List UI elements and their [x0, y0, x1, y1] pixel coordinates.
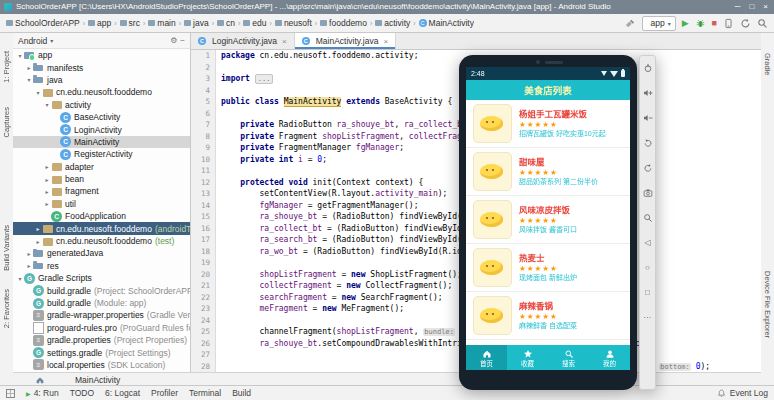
tree-item[interactable]: ▾java: [13, 74, 190, 86]
chevron-icon[interactable]: ▸: [25, 262, 33, 269]
run-button[interactable]: ▶: [682, 18, 689, 28]
breadcrumb-item[interactable]: main: [148, 18, 175, 28]
tree-item[interactable]: ▸util: [13, 198, 190, 210]
rotate-right-icon[interactable]: [642, 162, 653, 173]
tree-item[interactable]: CRegisterActivity: [13, 148, 190, 160]
tree-item[interactable]: ▸generatedJava: [13, 247, 190, 259]
food-list[interactable]: 杨姐手工瓦罐米饭★★★★★招牌瓦罐饭 好吃实惠10元起甜味屋★★★★★甜品奶茶系…: [466, 100, 630, 345]
tree-item[interactable]: ▸adapter: [13, 161, 190, 173]
status-item--logcat[interactable]: 6: Logcat: [105, 388, 140, 398]
search-everywhere-button[interactable]: [757, 18, 768, 29]
gradle-sync-button[interactable]: [740, 18, 751, 29]
status-item-todo[interactable]: TODO: [70, 388, 94, 398]
breadcrumb-item[interactable]: src: [120, 18, 140, 28]
bell-icon[interactable]: [717, 389, 726, 398]
zoom-icon[interactable]: [642, 212, 653, 223]
tree-item[interactable]: CLoginActivity: [13, 123, 190, 135]
home-icon[interactable]: ○: [642, 262, 653, 273]
run-config-select[interactable]: app▾: [642, 16, 675, 31]
close-icon[interactable]: ×: [383, 37, 388, 46]
tree-item[interactable]: ▾cn.edu.neusoft.fooddemo: [13, 86, 190, 98]
chevron-down-icon[interactable]: ▾: [50, 37, 53, 44]
breadcrumb-item[interactable]: CMainActivity: [419, 18, 474, 28]
power-icon[interactable]: [642, 62, 653, 73]
nav-tab-home[interactable]: 首页: [466, 345, 507, 370]
tool-window-button--favorites[interactable]: 2: Favorites: [2, 289, 11, 328]
chevron-icon[interactable]: ▸: [43, 188, 51, 195]
chevron-icon[interactable]: ▾: [25, 76, 33, 83]
home-icon[interactable]: [35, 375, 45, 385]
tool-window-button-captures[interactable]: Captures: [2, 107, 11, 137]
close-icon[interactable]: ×: [282, 37, 287, 46]
volume-up-icon[interactable]: [642, 87, 653, 98]
food-list-item[interactable]: 杨姐手工瓦罐米饭★★★★★招牌瓦罐饭 好吃实惠10元起: [466, 100, 630, 148]
breadcrumb-item[interactable]: SchoolOrderAPP: [6, 18, 80, 28]
tool-window-grid-icon[interactable]: [6, 389, 15, 398]
volume-down-icon[interactable]: [642, 112, 653, 123]
food-list-item[interactable]: 麻辣香锅★★★★★麻辣鲜香 自选配菜: [466, 292, 630, 340]
debug-button[interactable]: [695, 18, 706, 29]
breadcrumb-item[interactable]: fooddemo: [320, 18, 367, 28]
tool-window-button-device-file-explorer[interactable]: Device File Explorer: [763, 271, 772, 338]
status-item--run[interactable]: ▶4: Run: [26, 388, 59, 398]
tree-item[interactable]: ▸bean: [13, 173, 190, 185]
minimize-icon[interactable]: ─: [735, 0, 741, 14]
breadcrumb-item[interactable]: neusoft: [275, 18, 312, 28]
chevron-icon[interactable]: ▸: [25, 64, 33, 71]
breadcrumb-item[interactable]: edu: [243, 18, 266, 28]
status-item-profiler[interactable]: Profiler: [151, 388, 178, 398]
chevron-icon[interactable]: ▸: [43, 200, 51, 207]
status-item-terminal[interactable]: Terminal: [189, 388, 221, 398]
editor-tab[interactable]: CLoginActivity.java×: [191, 33, 295, 49]
gear-icon[interactable]: ⚙: [170, 36, 177, 45]
breadcrumb-item[interactable]: activity: [375, 18, 410, 28]
tree-item[interactable]: CFoodApplication: [13, 210, 190, 222]
tree-item[interactable]: ▸manifests: [13, 61, 190, 73]
nav-tab-search[interactable]: 搜索: [548, 345, 589, 370]
maximize-icon[interactable]: □: [749, 0, 754, 14]
tree-item[interactable]: ▾activity: [13, 99, 190, 111]
close-icon[interactable]: ×: [763, 0, 768, 14]
back-icon[interactable]: ◁: [642, 237, 653, 248]
tool-window-button-build-variants[interactable]: Build Variants: [2, 225, 11, 271]
chevron-icon[interactable]: ▾: [16, 52, 24, 59]
tree-item[interactable]: Gsettings.gradle(Project Settings): [13, 346, 190, 358]
tool-window-button--project[interactable]: 1: Project: [2, 51, 11, 83]
build-hammer-button[interactable]: [625, 18, 636, 29]
more-icon[interactable]: ···: [642, 312, 653, 323]
tree-item[interactable]: ▸res: [13, 260, 190, 272]
food-list-item[interactable]: 甜味屋★★★★★甜品奶茶系列 第二份半价: [466, 148, 630, 196]
tree-item[interactable]: CBaseActivity: [13, 111, 190, 123]
tree-item[interactable]: ▾GGradle Scripts: [13, 272, 190, 284]
tree-item[interactable]: ▾app: [13, 49, 190, 61]
food-list-item[interactable]: 风味凉皮拌饭★★★★★风味拌饭 酱香可口: [466, 196, 630, 244]
chevron-icon[interactable]: ▾: [16, 275, 24, 282]
tree-item[interactable]: CMainActivity: [13, 136, 190, 148]
breadcrumb-item[interactable]: java: [184, 18, 209, 28]
rotate-left-icon[interactable]: [642, 137, 653, 148]
tree-item[interactable]: ▸cn.edu.neusoft.fooddemo(androidTest): [13, 222, 190, 234]
tree-item[interactable]: Gbuild.gradle(Project: SchoolOrderAPP): [13, 284, 190, 296]
phone-screen[interactable]: 2:48 美食店列表 杨姐手工瓦罐米饭★★★★★招牌瓦罐饭 好吃实惠10元起甜味…: [466, 67, 630, 370]
chevron-icon[interactable]: ▸: [34, 238, 42, 245]
breadcrumb-item[interactable]: cn: [217, 18, 235, 28]
tree-item[interactable]: ▸cn.edu.neusoft.fooddemo(test): [13, 235, 190, 247]
tree-item[interactable]: ≡gradle-wrapper.properties(Gradle Versio…: [13, 309, 190, 321]
chevron-icon[interactable]: ▾: [34, 89, 42, 96]
screenshot-icon[interactable]: [642, 187, 653, 198]
project-view-mode[interactable]: Android: [18, 36, 47, 46]
overview-icon[interactable]: □: [642, 287, 653, 298]
tree-item[interactable]: Gbuild.gradle(Module: app): [13, 297, 190, 309]
nav-tab-me[interactable]: 我的: [589, 345, 630, 370]
food-list-item[interactable]: 热麦士★★★★★现烤面包 新鲜出炉: [466, 244, 630, 292]
tree-item[interactable]: ▸fragment: [13, 185, 190, 197]
tree-item[interactable]: proguard-rules.pro(ProGuard Rules for a.…: [13, 322, 190, 334]
collapse-icon[interactable]: −: [180, 36, 185, 45]
editor-tab[interactable]: CMainActivity.java×: [295, 33, 396, 49]
event-log-button[interactable]: Event Log: [730, 388, 768, 398]
chevron-icon[interactable]: ▸: [34, 225, 42, 232]
tool-window-button-gradle[interactable]: Gradle: [763, 53, 772, 76]
avd-manager-button[interactable]: [723, 18, 734, 29]
tree-item[interactable]: ≡gradle.properties(Project Properties): [13, 334, 190, 346]
chevron-icon[interactable]: ▾: [43, 101, 51, 108]
